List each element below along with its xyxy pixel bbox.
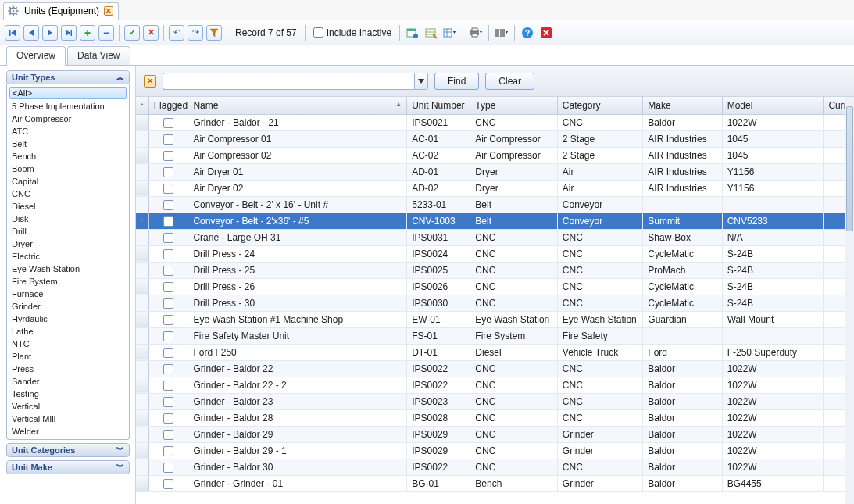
unit-type-item[interactable]: Press	[7, 363, 129, 375]
header-name[interactable]: Name	[188, 97, 407, 114]
accept-button[interactable]: ✓	[124, 25, 140, 41]
table-row[interactable]: Drill Press - 25IPS0025CNCCNCProMachS-24…	[136, 262, 854, 278]
grid-tool-1-button[interactable]	[405, 25, 420, 41]
unit-type-item[interactable]: Lathe	[7, 325, 129, 338]
checkbox-icon[interactable]	[163, 233, 173, 243]
table-row[interactable]: Air Dryer 01AD-01DryerAirAIR IndustriesY…	[136, 163, 854, 180]
unit-type-item[interactable]: Testing	[7, 388, 129, 400]
unit-type-item[interactable]: Dryer	[7, 238, 129, 250]
checkbox-icon[interactable]	[163, 315, 173, 325]
checkbox-icon[interactable]	[163, 200, 173, 210]
unit-type-item[interactable]: Sander	[7, 375, 129, 388]
row-indicator[interactable]	[136, 393, 148, 409]
table-row[interactable]: Grinder - Baldor 29IPS0029CNCGrinderBald…	[136, 426, 854, 442]
close-tab-button[interactable]: ✕	[104, 6, 113, 16]
unit-type-item[interactable]: 5 Phase Implementation	[7, 100, 129, 113]
checkbox-icon[interactable]	[163, 298, 173, 309]
flagged-cell[interactable]	[148, 360, 188, 377]
table-row[interactable]: Fire Safety Master UnitFS-01Fire SystemF…	[136, 327, 854, 344]
row-indicator[interactable]	[136, 377, 148, 393]
unit-type-item[interactable]: ATC	[7, 125, 129, 138]
unit-type-item[interactable]: Vertical	[7, 400, 129, 413]
vertical-scrollbar[interactable]	[845, 97, 854, 504]
search-dropdown-button[interactable]	[414, 73, 428, 90]
table-row[interactable]: Air Compressor 01AC-01Air Compressor2 St…	[136, 130, 854, 147]
checkbox-icon[interactable]	[163, 184, 173, 194]
checkbox-icon[interactable]	[163, 463, 173, 473]
flagged-cell[interactable]	[148, 344, 188, 360]
flagged-cell[interactable]	[148, 459, 188, 475]
checkbox-icon[interactable]	[163, 266, 173, 276]
row-indicator[interactable]	[136, 475, 148, 491]
tab-data-view[interactable]: Data View	[67, 46, 130, 65]
unit-type-item[interactable]: Belt	[7, 138, 129, 150]
table-row[interactable]: Ford F250DT-01DieselVehicle TruckFordF-2…	[136, 344, 854, 360]
checkbox-icon[interactable]	[163, 348, 173, 358]
row-indicator[interactable]	[136, 245, 148, 262]
table-row[interactable]: Air Dryer 02AD-02DryerAirAIR IndustriesY…	[136, 180, 854, 196]
flagged-cell[interactable]	[148, 426, 188, 442]
header-make[interactable]: Make	[643, 97, 722, 114]
header-unit-number[interactable]: Unit Number	[407, 97, 470, 114]
table-row[interactable]: Drill Press - 24IPS0024CNCCNCCycleMaticS…	[136, 245, 854, 262]
nav-last-button[interactable]	[61, 25, 77, 41]
row-indicator[interactable]	[136, 229, 148, 245]
grid-tool-2-button[interactable]	[423, 25, 439, 41]
nav-prev-button[interactable]	[23, 25, 39, 41]
unit-type-item[interactable]: Air Compressor	[7, 113, 129, 125]
checkbox-icon[interactable]	[163, 134, 173, 145]
table-row[interactable]: Crane - Large OH 31IPS0031CNCCNCShaw-Box…	[136, 229, 854, 245]
row-indicator[interactable]	[136, 295, 148, 311]
row-indicator[interactable]	[136, 459, 148, 475]
checkbox-icon[interactable]	[163, 282, 173, 292]
columns-button[interactable]	[442, 25, 458, 41]
unit-type-item[interactable]: Eye Wash Station	[7, 263, 129, 275]
flagged-cell[interactable]	[148, 147, 188, 163]
accordion-unit-make-header[interactable]: Unit Make︾	[6, 460, 130, 474]
checkbox-icon[interactable]	[163, 249, 173, 259]
flagged-cell[interactable]	[148, 262, 188, 278]
checkbox-icon[interactable]	[163, 216, 173, 227]
table-row[interactable]: Grinder - Baldor 30IPS0022CNCCNCBaldor10…	[136, 459, 854, 475]
row-indicator[interactable]	[136, 130, 148, 147]
row-indicator[interactable]	[136, 278, 148, 295]
help-button[interactable]: ?	[520, 25, 535, 41]
checkbox-icon[interactable]	[163, 118, 173, 128]
table-row[interactable]: Conveyor - Belt - 2' x 16' - Unit #5233-…	[136, 196, 854, 213]
unit-type-item[interactable]: Bench	[7, 150, 129, 163]
table-row[interactable]: Drill Press - 26IPS0026CNCCNCCycleMaticS…	[136, 278, 854, 295]
table-row[interactable]: Drill Press - 30IPS0030CNCCNCCycleMaticS…	[136, 295, 854, 311]
close-view-button[interactable]	[538, 25, 554, 41]
unit-type-item[interactable]: Vertical MIll	[7, 413, 129, 425]
row-indicator[interactable]	[136, 163, 148, 180]
search-input[interactable]	[163, 73, 414, 90]
row-indicator[interactable]	[136, 442, 148, 459]
flagged-cell[interactable]	[148, 442, 188, 459]
table-row[interactable]: Grinder - Baldor 28IPS0028CNCCNCBaldor10…	[136, 409, 854, 426]
unit-type-item[interactable]: Drill	[7, 225, 129, 238]
unit-type-item[interactable]: Furnace	[7, 288, 129, 300]
flagged-cell[interactable]	[148, 295, 188, 311]
include-inactive-input[interactable]	[313, 27, 323, 38]
row-indicator[interactable]	[136, 360, 148, 377]
unit-type-item[interactable]: CNC	[7, 188, 129, 200]
table-row[interactable]: Conveyor - Belt - 2'x36' - #5CNV-1003Bel…	[136, 213, 854, 229]
nav-next-button[interactable]	[42, 25, 58, 41]
filter-button[interactable]	[206, 25, 222, 41]
flagged-cell[interactable]	[148, 278, 188, 295]
checkbox-icon[interactable]	[163, 167, 173, 177]
header-model[interactable]: Model	[722, 97, 824, 114]
find-button[interactable]: Find	[434, 73, 479, 90]
flagged-cell[interactable]	[148, 114, 188, 130]
add-button[interactable]: +	[80, 25, 95, 41]
flagged-cell[interactable]	[148, 409, 188, 426]
flagged-cell[interactable]	[148, 180, 188, 196]
flagged-cell[interactable]	[148, 475, 188, 491]
unit-type-item[interactable]: Disk	[7, 213, 129, 225]
row-indicator[interactable]	[136, 311, 148, 327]
print-button[interactable]	[468, 25, 484, 41]
header-flagged[interactable]: Flagged	[148, 97, 188, 114]
header-type[interactable]: Type	[470, 97, 558, 114]
table-row[interactable]: Eye Wash Station #1 Machine ShopEW-01Eye…	[136, 311, 854, 327]
table-row[interactable]: Grinder - Baldor - 21IPS0021CNCCNCBaldor…	[136, 114, 854, 130]
